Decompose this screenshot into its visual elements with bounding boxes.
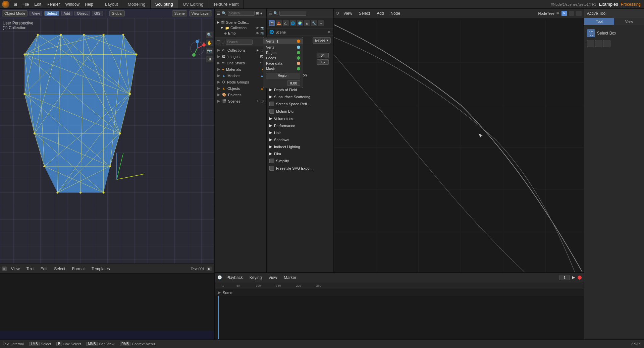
scene-edit-icon[interactable]: ✏ <box>328 30 331 34</box>
tab-uv-editing[interactable]: UV Editing <box>178 0 208 8</box>
menu-window[interactable]: Window <box>63 1 82 7</box>
freestyle-toggle[interactable]: Freestyle SVG Expo... <box>267 165 333 172</box>
viewport-gizmo[interactable]: X Y Z <box>187 38 207 59</box>
db-line-styles[interactable]: ▶ ✏ Line Styles 〰 <box>215 60 266 66</box>
freestyle-check[interactable] <box>269 166 274 171</box>
node-tree-edit-icon[interactable]: ✏ <box>556 11 559 15</box>
pan-icon[interactable]: ✋ <box>206 40 213 46</box>
mode-selector[interactable]: Object Mode <box>2 10 28 16</box>
tool-tab[interactable]: Tool <box>584 18 614 25</box>
play-btn[interactable]: ▶ <box>572 275 576 280</box>
tool-opt-3[interactable] <box>603 40 610 47</box>
record-btn[interactable] <box>578 276 582 280</box>
db-scenes-icon[interactable]: ⊞ <box>261 99 264 103</box>
collection-render[interactable]: 📷 <box>260 26 264 30</box>
text-menu-text[interactable]: Text <box>24 266 36 272</box>
node-node-menu[interactable]: Node <box>388 10 403 16</box>
menu-blender[interactable]: ⊞ <box>11 1 19 7</box>
render-engine-dropdown[interactable]: Eevee ▾ <box>313 37 331 44</box>
tab-texture-paint[interactable]: Texture Paint <box>208 0 244 8</box>
db-images[interactable]: ▶ 🖼 Images 🖼 <box>215 53 266 60</box>
view-btn[interactable]: View <box>30 11 42 16</box>
view-tab[interactable]: View <box>614 18 644 25</box>
modifier-props-icon[interactable]: 🔧 <box>311 20 317 26</box>
node-close-btn[interactable] <box>569 11 574 16</box>
timeline-type-icon[interactable]: 🕒 <box>217 275 222 280</box>
menu-edit[interactable]: Edit <box>32 1 44 7</box>
editor-type-icon[interactable]: ≡ <box>2 267 7 271</box>
tab-layout[interactable]: Layout <box>100 0 123 8</box>
node-number-val[interactable]: 0.00 <box>287 80 300 86</box>
subsurface-toggle[interactable]: ▶ Subsurface Scattering <box>267 93 333 100</box>
keying-menu[interactable]: Keying <box>247 275 264 281</box>
db-scenes[interactable]: ▶ 🎬 Scenes + ⊞ <box>215 98 266 104</box>
db-collections[interactable]: ▶ 🗂 Collections + ⊞ <box>215 47 266 53</box>
render-props-icon[interactable]: 🎬 <box>269 20 275 26</box>
viewport-value[interactable]: 16 <box>317 59 329 65</box>
db-node-groups[interactable]: ▶ ⬡ Node Groups <box>215 79 266 85</box>
ssr-toggle[interactable]: Screen Space Refl... <box>267 100 333 108</box>
collection-visibility[interactable]: 👁 <box>256 26 259 30</box>
timeline-content[interactable] <box>215 296 584 339</box>
scene-props-menu-icon[interactable]: ☰ <box>269 11 272 15</box>
viewport-panel[interactable]: Object Mode View Select Add Object GIS G… <box>0 9 215 339</box>
node-editor-type-icon[interactable]: ⬡ <box>336 11 339 15</box>
collection-item[interactable]: ▼ 📁 Collection 👁 📷 <box>215 25 266 31</box>
playback-menu[interactable]: Playback <box>224 275 245 281</box>
add-btn[interactable]: Add <box>61 11 73 16</box>
grid-icon[interactable]: ⊞ <box>206 56 213 62</box>
object-btn[interactable]: Object <box>74 11 90 16</box>
node-select-menu[interactable]: Select <box>357 10 372 16</box>
db-meshes[interactable]: ▶ ▲ Meshes ▲ <box>215 72 266 79</box>
text-menu-edit[interactable]: Edit <box>38 266 50 272</box>
node-view-menu[interactable]: View <box>341 10 355 16</box>
run-btn[interactable]: ▶ <box>207 267 212 271</box>
hair-toggle[interactable]: ▶ Hair <box>267 129 333 136</box>
indirect-lighting-toggle[interactable]: ▶ Indirect Lighting <box>267 143 333 150</box>
blender-logo[interactable] <box>2 1 9 8</box>
empty-render[interactable]: 📷 <box>260 32 264 35</box>
marker-menu[interactable]: Marker <box>281 275 299 281</box>
text-menu-select[interactable]: Select <box>52 266 67 272</box>
viewport-canvas[interactable]: User Perspective (1) Collection <box>0 18 214 270</box>
tool-opt-2[interactable] <box>595 40 602 47</box>
ssr-check[interactable] <box>269 102 274 106</box>
node-toggle-btn[interactable]: N <box>561 11 567 16</box>
film-toggle[interactable]: ▶ Film <box>267 150 333 157</box>
empty-item[interactable]: ⊕ Emp 👁 📷 <box>215 31 266 36</box>
outliner-search[interactable] <box>228 11 255 16</box>
db-objects[interactable]: ▶ ▲ Objects ▲ <box>215 85 266 92</box>
outliner-add-icon[interactable]: + <box>260 11 262 15</box>
object-props-icon[interactable]: ▲ <box>304 20 310 26</box>
region-btn[interactable]: Region <box>266 73 300 78</box>
tab-modeling[interactable]: Modeling <box>123 0 151 8</box>
menu-file[interactable]: File <box>20 1 31 7</box>
db-scenes-add[interactable]: + <box>257 99 259 103</box>
simplify-toggle[interactable]: Simplify <box>267 157 333 165</box>
frame-input[interactable] <box>559 275 570 280</box>
render-value[interactable]: 64 <box>317 53 329 58</box>
db-palettes[interactable]: ▶ 🎨 Palettes <box>215 92 266 98</box>
motion-blur-toggle[interactable]: Motion Blur <box>267 108 333 115</box>
view-layer-btn[interactable]: View Layer <box>189 10 212 16</box>
text-editor-content[interactable] <box>0 274 214 331</box>
text-menu-view[interactable]: View <box>9 266 22 272</box>
menu-render[interactable]: Render <box>44 1 62 7</box>
tab-sculpting[interactable]: Sculpting <box>151 0 178 8</box>
mb-check[interactable] <box>269 109 274 114</box>
empty-visibility[interactable]: 👁 <box>256 32 259 35</box>
menu-help[interactable]: Help <box>83 1 96 7</box>
text-menu-templates[interactable]: Templates <box>89 266 112 272</box>
view-layer-props-icon[interactable]: 🗂 <box>283 20 289 26</box>
timeline-view-menu[interactable]: View <box>266 275 279 281</box>
db-collections-add[interactable]: + <box>257 48 259 52</box>
camera-icon[interactable]: 📷 <box>206 48 213 54</box>
node-pin-btn[interactable] <box>576 11 582 16</box>
simplify-check[interactable] <box>269 159 274 163</box>
performance-toggle[interactable]: ▶ Performance <box>267 122 333 129</box>
zoom-icon[interactable]: 🔍 <box>206 32 213 38</box>
outliner-filter-icon[interactable]: ⊞ <box>256 11 259 15</box>
output-props-icon[interactable]: 📤 <box>276 20 282 26</box>
transform-global[interactable]: Global <box>109 10 125 16</box>
gis-btn[interactable]: GIS <box>92 11 103 16</box>
